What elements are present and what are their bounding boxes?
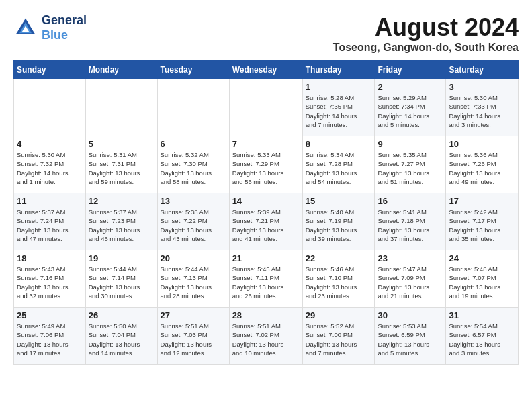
day-number: 11: [17, 196, 83, 206]
day-number: 16: [378, 196, 443, 206]
week-row-3: 11Sunrise: 5:37 AMSunset: 7:24 PMDayligh…: [14, 193, 519, 250]
day-cell: [229, 79, 302, 136]
header-cell-thursday: Thursday: [302, 61, 375, 79]
day-number: 3: [449, 82, 515, 92]
day-number: 26: [89, 310, 154, 320]
header-cell-tuesday: Tuesday: [157, 61, 229, 79]
day-info: Sunrise: 5:32 AMSunset: 7:30 PMDaylight:…: [161, 150, 226, 186]
day-cell: 16Sunrise: 5:41 AMSunset: 7:18 PMDayligh…: [375, 193, 446, 250]
day-number: 5: [89, 139, 154, 149]
day-info: Sunrise: 5:38 AMSunset: 7:22 PMDaylight:…: [161, 208, 226, 243]
day-number: 17: [449, 196, 515, 206]
day-info: Sunrise: 5:40 AMSunset: 7:19 PMDaylight:…: [306, 208, 372, 243]
day-number: 10: [449, 139, 515, 149]
day-cell: 8Sunrise: 5:34 AMSunset: 7:28 PMDaylight…: [302, 136, 375, 193]
day-number: 7: [232, 139, 300, 149]
day-cell: 1Sunrise: 5:28 AMSunset: 7:35 PMDaylight…: [302, 79, 375, 136]
day-cell: 17Sunrise: 5:42 AMSunset: 7:17 PMDayligh…: [446, 193, 519, 250]
day-info: Sunrise: 5:28 AMSunset: 7:35 PMDaylight:…: [306, 93, 372, 129]
day-info: Sunrise: 5:44 AMSunset: 7:13 PMDaylight:…: [161, 265, 226, 300]
day-info: Sunrise: 5:50 AMSunset: 7:04 PMDaylight:…: [89, 322, 154, 357]
day-info: Sunrise: 5:36 AMSunset: 7:26 PMDaylight:…: [449, 150, 515, 186]
day-info: Sunrise: 5:46 AMSunset: 7:10 PMDaylight:…: [306, 265, 372, 300]
day-number: 28: [232, 310, 300, 320]
page-header: General Blue August 2024 Toseong, Gangwo…: [13, 13, 519, 54]
day-cell: 22Sunrise: 5:46 AMSunset: 7:10 PMDayligh…: [302, 250, 375, 308]
day-info: Sunrise: 5:29 AMSunset: 7:34 PMDaylight:…: [378, 93, 443, 129]
day-info: Sunrise: 5:33 AMSunset: 7:29 PMDaylight:…: [232, 150, 300, 186]
header-cell-monday: Monday: [85, 61, 157, 79]
day-info: Sunrise: 5:34 AMSunset: 7:28 PMDaylight:…: [306, 150, 372, 186]
day-number: 25: [17, 310, 83, 320]
day-cell: 7Sunrise: 5:33 AMSunset: 7:29 PMDaylight…: [229, 136, 302, 193]
day-info: Sunrise: 5:54 AMSunset: 6:57 PMDaylight:…: [449, 322, 515, 357]
day-cell: 31Sunrise: 5:54 AMSunset: 6:57 PMDayligh…: [446, 308, 519, 365]
title-block: August 2024 Toseong, Gangwon-do, South K…: [333, 13, 519, 54]
day-info: Sunrise: 5:51 AMSunset: 7:03 PMDaylight:…: [161, 322, 226, 357]
logo-text: General Blue: [42, 13, 87, 42]
day-info: Sunrise: 5:43 AMSunset: 7:16 PMDaylight:…: [17, 265, 83, 300]
day-info: Sunrise: 5:49 AMSunset: 7:06 PMDaylight:…: [17, 322, 83, 357]
day-info: Sunrise: 5:37 AMSunset: 7:23 PMDaylight:…: [89, 208, 154, 243]
day-number: 13: [161, 196, 226, 206]
day-cell: 6Sunrise: 5:32 AMSunset: 7:30 PMDaylight…: [157, 136, 229, 193]
day-cell: 26Sunrise: 5:50 AMSunset: 7:04 PMDayligh…: [85, 308, 157, 365]
day-info: Sunrise: 5:31 AMSunset: 7:31 PMDaylight:…: [89, 150, 154, 186]
day-number: 4: [17, 139, 83, 149]
day-number: 22: [306, 253, 372, 263]
day-cell: 24Sunrise: 5:48 AMSunset: 7:07 PMDayligh…: [446, 250, 519, 308]
day-number: 1: [306, 82, 372, 92]
header-cell-wednesday: Wednesday: [229, 61, 302, 79]
day-cell: [14, 79, 86, 136]
day-cell: 14Sunrise: 5:39 AMSunset: 7:21 PMDayligh…: [229, 193, 302, 250]
day-number: 21: [232, 253, 300, 263]
day-number: 27: [161, 310, 226, 320]
day-cell: 29Sunrise: 5:52 AMSunset: 7:00 PMDayligh…: [302, 308, 375, 365]
day-cell: 3Sunrise: 5:30 AMSunset: 7:33 PMDaylight…: [446, 79, 519, 136]
day-number: 31: [449, 310, 515, 320]
day-info: Sunrise: 5:41 AMSunset: 7:18 PMDaylight:…: [378, 208, 443, 243]
day-number: 20: [161, 253, 226, 263]
day-info: Sunrise: 5:44 AMSunset: 7:14 PMDaylight:…: [89, 265, 154, 300]
header-cell-sunday: Sunday: [14, 61, 86, 79]
logo-icon: [13, 16, 38, 40]
day-cell: 10Sunrise: 5:36 AMSunset: 7:26 PMDayligh…: [446, 136, 519, 193]
day-cell: 4Sunrise: 5:30 AMSunset: 7:32 PMDaylight…: [14, 136, 86, 193]
day-cell: 23Sunrise: 5:47 AMSunset: 7:09 PMDayligh…: [375, 250, 446, 308]
logo: General Blue: [13, 13, 87, 42]
week-row-5: 25Sunrise: 5:49 AMSunset: 7:06 PMDayligh…: [14, 308, 519, 365]
day-cell: 30Sunrise: 5:53 AMSunset: 6:59 PMDayligh…: [375, 308, 446, 365]
month-year: August 2024: [333, 13, 519, 42]
day-info: Sunrise: 5:47 AMSunset: 7:09 PMDaylight:…: [378, 265, 443, 300]
day-info: Sunrise: 5:30 AMSunset: 7:32 PMDaylight:…: [17, 150, 83, 186]
day-number: 9: [378, 139, 443, 149]
week-row-1: 1Sunrise: 5:28 AMSunset: 7:35 PMDaylight…: [14, 79, 519, 136]
day-cell: 27Sunrise: 5:51 AMSunset: 7:03 PMDayligh…: [157, 308, 229, 365]
day-number: 14: [232, 196, 300, 206]
header-cell-friday: Friday: [375, 61, 446, 79]
day-number: 29: [306, 310, 372, 320]
day-number: 6: [161, 139, 226, 149]
header-cell-saturday: Saturday: [446, 61, 519, 79]
day-info: Sunrise: 5:52 AMSunset: 7:00 PMDaylight:…: [306, 322, 372, 357]
day-number: 24: [449, 253, 515, 263]
day-info: Sunrise: 5:48 AMSunset: 7:07 PMDaylight:…: [449, 265, 515, 300]
day-cell: 20Sunrise: 5:44 AMSunset: 7:13 PMDayligh…: [157, 250, 229, 308]
location: Toseong, Gangwon-do, South Korea: [333, 42, 519, 54]
day-info: Sunrise: 5:37 AMSunset: 7:24 PMDaylight:…: [17, 208, 83, 243]
calendar-table: SundayMondayTuesdayWednesdayThursdayFrid…: [13, 60, 519, 365]
day-info: Sunrise: 5:35 AMSunset: 7:27 PMDaylight:…: [378, 150, 443, 186]
day-cell: 19Sunrise: 5:44 AMSunset: 7:14 PMDayligh…: [85, 250, 157, 308]
day-cell: 21Sunrise: 5:45 AMSunset: 7:11 PMDayligh…: [229, 250, 302, 308]
day-number: 30: [378, 310, 443, 320]
day-cell: 13Sunrise: 5:38 AMSunset: 7:22 PMDayligh…: [157, 193, 229, 250]
day-info: Sunrise: 5:53 AMSunset: 6:59 PMDaylight:…: [378, 322, 443, 357]
day-number: 12: [89, 196, 154, 206]
day-cell: [157, 79, 229, 136]
day-cell: 15Sunrise: 5:40 AMSunset: 7:19 PMDayligh…: [302, 193, 375, 250]
day-number: 2: [378, 82, 443, 92]
day-cell: 28Sunrise: 5:51 AMSunset: 7:02 PMDayligh…: [229, 308, 302, 365]
day-number: 19: [89, 253, 154, 263]
header-row: SundayMondayTuesdayWednesdayThursdayFrid…: [14, 61, 519, 79]
day-info: Sunrise: 5:39 AMSunset: 7:21 PMDaylight:…: [232, 208, 300, 243]
